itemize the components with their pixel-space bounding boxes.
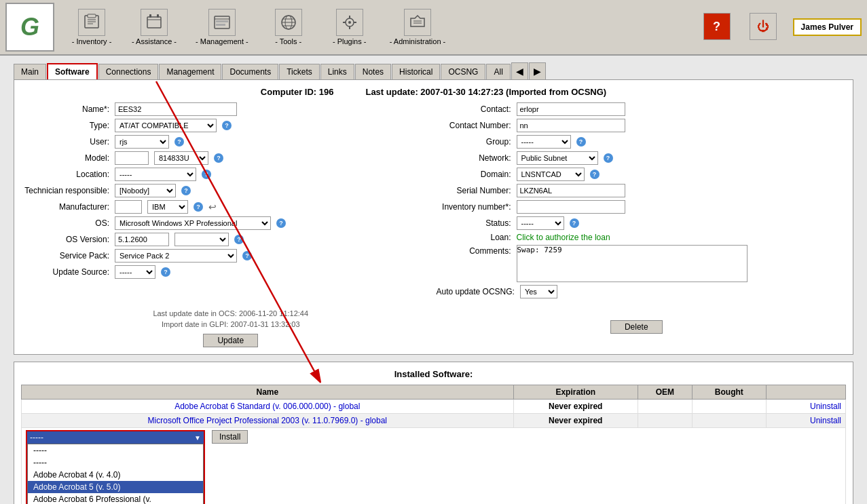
autoupdate-row: Auto update OCSNG: Yes — [437, 285, 847, 298]
tab-all[interactable]: All — [486, 64, 510, 79]
loan-label: Loan: — [437, 233, 511, 242]
nav-inventory[interactable]: - Inventory - — [68, 6, 115, 48]
serial-label: Serial Number: — [437, 186, 511, 195]
model-select[interactable]: 814833U — [154, 151, 208, 165]
tabs-bar: Main Software Connections Management Doc… — [14, 62, 853, 79]
contact-label: Contact: — [437, 104, 511, 114]
group-label: Group: — [437, 137, 511, 147]
network-select[interactable]: Public Subnet — [517, 151, 598, 165]
nav-plugins[interactable]: - Plugins - — [326, 6, 373, 48]
osversion-select[interactable] — [174, 233, 229, 246]
inventory-input[interactable] — [517, 200, 625, 214]
nav-administration[interactable]: - Administration - — [387, 6, 449, 48]
model-input[interactable] — [115, 151, 149, 165]
install-select-area: ----- ▼ ----- ----- Adobe Acrobat 4 (v. … — [26, 430, 248, 504]
tab-documents[interactable]: Documents — [222, 64, 278, 79]
form-right-col: Contact: Contact Number: Group: ----- ? … — [437, 102, 847, 301]
user-select[interactable]: rjs — [115, 135, 169, 149]
osversion-input[interactable] — [115, 233, 169, 246]
software-title: Installed Software: — [21, 369, 846, 379]
dropdown-option[interactable]: ----- — [28, 457, 203, 469]
tab-main[interactable]: Main — [14, 64, 46, 79]
management-icon — [208, 9, 236, 36]
logo[interactable]: G — [5, 3, 54, 52]
dropdown-red-border: ----- ▼ ----- ----- Adobe Acrobat 4 (v. … — [26, 430, 205, 504]
sw-uninstall-link-1[interactable]: Uninstall — [810, 402, 841, 411]
domain-row: Domain: LNSNTCAD ? — [437, 168, 847, 181]
group-select[interactable]: ----- — [517, 135, 571, 149]
type-row: Type: AT/AT COMPATIBLE ? — [21, 119, 431, 132]
status-select[interactable]: ----- — [517, 216, 564, 230]
tab-notes[interactable]: Notes — [355, 64, 391, 79]
network-help-icon[interactable]: ? — [604, 153, 613, 163]
tab-prev-arrow[interactable]: ◀ — [511, 62, 528, 79]
sw-link-2[interactable]: Microsoft Office Project Professional 20… — [148, 416, 387, 425]
inventory-icon — [78, 9, 105, 36]
servicepack-help-icon[interactable]: ? — [242, 251, 252, 260]
name-label: Name*: — [21, 104, 109, 114]
domain-select[interactable]: LNSNTCAD — [517, 168, 585, 181]
serial-input[interactable] — [517, 184, 625, 197]
dropdown-list: ----- ----- Adobe Acrobat 4 (v. 4.0) Ado… — [27, 444, 204, 504]
tab-links[interactable]: Links — [320, 64, 354, 79]
dropdown-option[interactable]: Adobe Acrobat 6 Professional (v. 006.000… — [28, 493, 203, 504]
manufacturer-input[interactable] — [115, 200, 142, 214]
software-table: Name Expiration OEM Bought Adobe Acrobat… — [21, 385, 846, 504]
sw-uninstall-link-2[interactable]: Uninstall — [810, 416, 841, 425]
manufacturer-help-icon[interactable]: ? — [193, 202, 203, 212]
manufacturer-select[interactable]: IBM — [147, 200, 188, 214]
sw-uninstall-2: Uninstall — [766, 414, 845, 428]
svg-point-19 — [348, 21, 351, 24]
nav-help[interactable]: ? — [701, 10, 733, 44]
contactnum-input[interactable] — [517, 119, 625, 132]
dropdown-header-bar: ----- ▼ — [27, 431, 204, 444]
nav-assistance[interactable]: - Assistance - — [129, 6, 179, 48]
dropdown-option[interactable]: ----- — [28, 444, 203, 457]
nav-management[interactable]: - Management - — [193, 6, 251, 48]
os-select[interactable]: Microsoft Windows XP Professional — [115, 216, 271, 230]
tab-management[interactable]: Management — [159, 64, 221, 79]
dropdown-option-selected[interactable]: Adobe Acrobat 5 (v. 5.0) — [28, 481, 203, 493]
status-help-icon[interactable]: ? — [570, 218, 579, 228]
type-help-icon[interactable]: ? — [222, 121, 232, 130]
tab-software[interactable]: Software — [47, 63, 98, 79]
plugins-icon — [336, 9, 363, 36]
domain-help-icon[interactable]: ? — [590, 170, 599, 179]
update-button[interactable]: Update — [203, 334, 258, 347]
servicepack-select[interactable]: Service Pack 2 — [115, 249, 237, 263]
delete-button[interactable]: Delete — [610, 320, 663, 334]
col-expiration: Expiration — [513, 385, 638, 400]
install-button[interactable]: Install — [212, 430, 248, 444]
updatesource-help-icon[interactable]: ? — [161, 267, 170, 277]
type-select[interactable]: AT/AT COMPATIBLE — [115, 119, 217, 132]
model-help-icon[interactable]: ? — [214, 153, 223, 163]
table-row: Adobe Acrobat 6 Standard (v. 006.000.000… — [22, 400, 846, 414]
dropdown-option[interactable]: Adobe Acrobat 4 (v. 4.0) — [28, 469, 203, 481]
tab-connections[interactable]: Connections — [98, 64, 159, 79]
nav-power[interactable]: ⏻ — [747, 10, 779, 44]
contact-input[interactable] — [517, 102, 625, 116]
manufacturer-edit-icon[interactable]: ↩ — [208, 201, 217, 212]
user-help-icon[interactable]: ? — [174, 137, 184, 147]
loan-link[interactable]: Click to authorize the loan — [517, 233, 610, 242]
sw-link-1[interactable]: Adobe Acrobat 6 Standard (v. 006.000.000… — [174, 402, 360, 411]
os-help-icon[interactable]: ? — [276, 218, 286, 228]
autoupdate-select[interactable]: Yes — [520, 285, 557, 298]
install-dropdown-container: ----- ▼ ----- ----- Adobe Acrobat 4 (v. … — [26, 430, 248, 504]
nav-tools[interactable]: - Tools - — [265, 6, 312, 48]
tech-select[interactable]: [Nobody] — [115, 184, 176, 197]
tab-historical[interactable]: Historical — [392, 64, 440, 79]
group-help-icon[interactable]: ? — [576, 137, 586, 147]
location-help-icon[interactable]: ? — [202, 170, 211, 179]
comments-input[interactable]: Swap: 7259 — [517, 245, 748, 282]
tab-tickets[interactable]: Tickets — [279, 64, 320, 79]
tech-help-icon[interactable]: ? — [181, 186, 191, 195]
name-input[interactable] — [115, 102, 237, 116]
osversion-help-icon[interactable]: ? — [234, 235, 244, 244]
tab-ocsng[interactable]: OCSNG — [441, 64, 485, 79]
location-select[interactable]: ----- — [115, 168, 196, 181]
updatesource-select[interactable]: ----- — [115, 265, 155, 279]
osversion-label: OS Version: — [21, 235, 109, 244]
tab-next-arrow[interactable]: ▶ — [529, 62, 546, 79]
network-label: Network: — [437, 153, 511, 163]
